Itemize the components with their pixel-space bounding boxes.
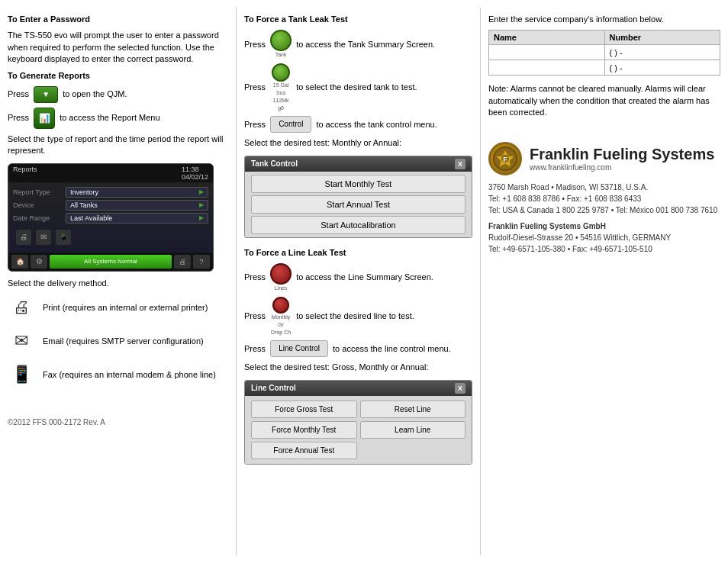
ffs-addr-1: 3760 Marsh Road • Madison, WI 53718, U.S… [488,182,720,193]
device-arrow: ▶ [199,201,204,208]
tank-summary-icon: Tank [270,30,292,59]
help-button[interactable]: ? [193,255,210,269]
ffs-address: 3760 Marsh Road • Madison, WI 53718, U.S… [488,182,720,216]
table-col-number: Number [604,31,720,45]
open-qjm-button[interactable] [34,86,58,103]
title-password: To Enter a Password [8,14,228,25]
copyright-text: ©2012 FFS 000-2172 Rev. A [8,418,105,426]
ffs-addr-2: Tel: +1 608 838 8786 • Fax: +1 608 838 6… [488,193,720,204]
ffs-gmbh-tel: Tel: +49-6571-105-380 • Fax: +49-6571-10… [488,243,720,255]
force-gross-test-btn[interactable]: Force Gross Test [251,401,357,418]
email-delivery-text: Email (requires SMTP server configuratio… [43,336,204,346]
print-icon: 🖨 [8,294,35,321]
delivery-email-row: ✉ Email (requires SMTP server configurat… [8,327,228,355]
force-monthly-test-btn[interactable]: Force Monthly Test [251,421,357,439]
line-dialog-title: Line Control [251,384,296,392]
line-control-dialog: Line Control X Force Gross Test Reset Li… [244,380,472,465]
select-report-text: Select the type of report and the time p… [8,134,228,157]
device-field[interactable]: All Tanks ▶ [66,200,208,211]
report-type-field[interactable]: Inventory ▶ [66,187,208,198]
access-report-text: to access the Report Menu [60,112,159,124]
ffs-gmbh: Franklin Fueling Systems GmbH Rudolf-Die… [488,220,720,255]
line-dialog-close[interactable]: X [455,383,465,394]
tank-control-button[interactable]: Control [270,116,311,133]
home-button[interactable]: 🏠 [11,255,28,269]
report-type-arrow: ▶ [199,188,204,195]
reset-line-btn[interactable]: Reset Line [360,401,466,418]
settings-button[interactable]: ⚙ [31,255,47,269]
table-cell-name-2 [489,60,605,76]
screen-icon-3[interactable]: 📱 [56,230,71,245]
tank-dialog-close[interactable]: X [455,159,465,169]
press-tank-control-row: Press Control to access the tank control… [244,116,472,133]
tank-control-text: to access the tank control menu. [316,119,436,130]
print-button[interactable]: 🖨 [174,255,191,269]
table-cell-name-1 [489,45,605,60]
title-line-leak: To Force a Line Leak Test [244,247,472,259]
table-cell-number-2: ( ) - [604,60,720,76]
screen-titlebar: Reports 11:38 04/02/12 [8,164,213,182]
line-summary-button[interactable] [270,263,292,285]
note-text: Note: Alarms cannot be cleared manually.… [488,83,720,118]
ffs-name-block: Franklin Fueling Systems www.franklinfue… [530,146,714,172]
date-range-label: Date Range [13,214,63,222]
tank-control-dialog: Tank Control X Start Monthly Test Start … [244,156,472,238]
screen-bottom: 🖨 ✉ 📱 [13,227,208,248]
screen-date-range-row: Date Range Last Available ▶ [13,213,208,224]
tank-select-button[interactable] [272,63,290,82]
page-root: To Enter a Password The TS-550 evo will … [0,0,728,563]
date-range-field[interactable]: Last Available ▶ [66,213,208,224]
press-label-tsel: Press [244,82,266,93]
line-btn-grid: Force Gross Test Reset Line Force Monthl… [251,401,465,459]
tank-summary-button[interactable] [270,30,292,51]
report-type-label: Report Type [13,188,63,196]
table-row-1: ( ) - [489,45,720,60]
email-icon: ✉ [8,327,35,355]
date-range-arrow: ▶ [199,214,204,221]
service-info-text: Enter the service company's information … [488,14,720,25]
fax-delivery-text: Fax (requires an internal modem & phone … [43,370,216,379]
press-label-2: Press [8,112,29,124]
tank-select-icon: 15 Gal Sus112Mk g6 [270,63,292,111]
screen-body: Report Type Inventory ▶ Device All Tanks… [8,182,213,253]
tank-dialog-title: Tank Control [251,159,298,168]
tank-select-text: to select the desired tank to test. [296,82,417,93]
ffs-website: www.franklinfueling.com [530,163,714,172]
ffs-company-name: Franklin Fueling Systems [530,146,714,163]
screen-icon-1[interactable]: 🖨 [16,230,31,245]
start-autocalibration-btn[interactable]: Start Autocalibration [251,216,465,234]
open-qjm-text: to open the QJM. [63,88,127,100]
press-label-1: Press [8,88,29,100]
all-systems-button[interactable]: All Systems Normal [50,255,172,269]
press-line-summary-row: Press Lines to access the Line Summary S… [244,263,472,292]
right-column: Enter the service company's information … [481,8,728,555]
start-annual-test-btn[interactable]: Start Annual Test [251,195,465,214]
table-col-name: Name [489,31,605,45]
line-control-button[interactable]: Line Control [270,340,328,357]
table-row-2: ( ) - [489,60,720,76]
screen-report-type-row: Report Type Inventory ▶ [13,187,208,198]
learn-line-btn[interactable]: Learn Line [360,421,466,439]
force-annual-test-btn[interactable]: Force Annual Test [251,442,357,459]
press-tank-summary-row: Press Tank to access the Tank Summary Sc… [244,30,472,59]
screen-title: Reports [13,166,37,181]
press-label-lsel: Press [244,310,266,322]
press-report-row: Press 📊 to access the Report Menu [8,108,228,129]
left-column: To Enter a Password The TS-550 evo will … [0,8,237,555]
service-table: Name Number ( ) - ( ) - [488,30,720,76]
start-monthly-test-btn[interactable]: Start Monthly Test [251,175,465,193]
press-label-tc: Press [244,119,266,130]
delivery-print-row: 🖨 Print (requires an internal or externa… [8,294,228,321]
line-summary-text: to access the Line Summary Screen. [296,272,433,283]
press-qjm-row: Press to open the QJM. [8,86,228,103]
press-label-ls: Press [244,272,266,283]
screen-icon-2[interactable]: ✉ [36,230,51,245]
line-select-text: to select the desired line to test. [296,310,414,322]
tank-dialog-titlebar: Tank Control X [245,156,472,172]
mid-column: To Force a Tank Leak Test Press Tank to … [237,8,481,555]
line-select-button[interactable] [272,297,289,314]
screen-icons: 🖨 ✉ 📱 [16,230,71,245]
report-menu-button[interactable]: 📊 [34,108,55,129]
press-label-lc: Press [244,343,266,355]
line-dialog-body: Force Gross Test Reset Line Force Monthl… [245,396,472,464]
